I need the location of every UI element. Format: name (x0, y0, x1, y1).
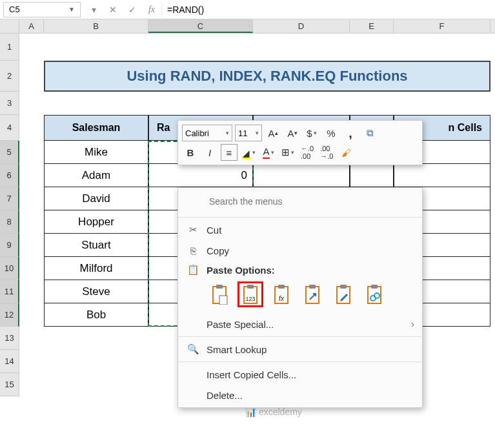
row-headers: 1 2 3 4 5 6 7 8 9 10 11 12 13 14 15 (0, 34, 19, 396)
column-headers: A B C D E F (0, 19, 495, 34)
fill-color-icon[interactable]: ◢▾ (240, 144, 258, 161)
cell-c6[interactable]: 0 (148, 164, 253, 187)
cancel-formula-icon[interactable]: ✕ (105, 2, 121, 17)
svg-rect-12 (340, 285, 347, 289)
insert-copied-menu-item[interactable]: Insert Copied Cells... (178, 364, 422, 385)
cell-e6[interactable] (350, 164, 394, 187)
svg-rect-14 (371, 285, 378, 289)
font-size-selector[interactable]: 11▾ (235, 125, 262, 141)
paste-options-heading: 📋 Paste Options: (178, 261, 422, 279)
paste-options-row: 123 fx (178, 279, 422, 314)
col-header-E[interactable]: E (350, 19, 394, 33)
comma-icon[interactable]: , (342, 125, 359, 141)
format-painter-icon[interactable]: 🖌 (338, 144, 354, 161)
row-header-12[interactable]: 12 (0, 303, 19, 327)
font-color-icon[interactable]: A▾ (260, 144, 277, 161)
table-row: Adam 0 (44, 164, 490, 187)
paste-formulas-icon[interactable]: fx (268, 281, 294, 307)
paste-special-menu-item[interactable]: Paste Special... › (178, 314, 422, 334)
menu-search-input[interactable] (204, 193, 385, 210)
delete-label: Delete... (207, 390, 414, 401)
row-header-14[interactable]: 14 (0, 350, 19, 373)
decrease-font-icon[interactable]: A▾ (284, 125, 301, 141)
paste-formatting-icon[interactable] (330, 281, 356, 307)
bold-button[interactable]: B (182, 144, 199, 161)
font-selector[interactable]: Calibri▾ (182, 125, 232, 141)
cell-b11[interactable]: Steve (44, 280, 148, 303)
paste-all-icon[interactable] (207, 281, 232, 307)
smart-lookup-menu-item[interactable]: 🔍 Smart Lookup (178, 339, 422, 360)
row-header-8[interactable]: 8 (0, 210, 19, 234)
dropdown-icon[interactable]: ▾ (85, 2, 102, 17)
formula-bar: C5 ▼ ▾ ✕ ✓ fx =RAND() (0, 0, 495, 19)
row-header-10[interactable]: 10 (0, 257, 19, 280)
col-header-A[interactable]: A (19, 19, 44, 33)
cell-b12[interactable]: Bob (44, 303, 148, 327)
row-header-11[interactable]: 11 (0, 280, 19, 303)
row-header-3[interactable]: 3 (0, 92, 19, 115)
row-header-15[interactable]: 15 (0, 373, 19, 396)
name-box-value: C5 (9, 5, 20, 14)
increase-font-icon[interactable]: A▴ (265, 125, 281, 141)
paste-values-icon[interactable]: 123 (237, 281, 263, 307)
row-header-6[interactable]: 6 (0, 164, 19, 187)
currency-icon[interactable]: $▾ (303, 125, 320, 141)
insert-copied-label: Insert Copied Cells... (207, 369, 414, 380)
row-header-7[interactable]: 7 (0, 187, 19, 210)
scissors-icon: ✂ (185, 224, 201, 236)
name-box[interactable]: C5 ▼ (3, 2, 81, 17)
row-header-1[interactable]: 1 (0, 34, 19, 61)
borders-icon[interactable]: ⊞▾ (279, 144, 296, 161)
formula-input[interactable]: =RAND() (161, 3, 495, 17)
col-header-D[interactable]: D (253, 19, 350, 33)
col-header-F[interactable]: F (394, 19, 490, 33)
header-salesman[interactable]: Salesman (44, 115, 148, 141)
svg-rect-2 (219, 296, 227, 305)
copy-label: Copy (207, 245, 414, 256)
cell-f6[interactable] (394, 164, 490, 187)
cut-label: Cut (207, 225, 414, 236)
mini-toolbar: Calibri▾ 11▾ A▴ A▾ $▾ % , ⧉ B I ≡ ◢▾ A▾ … (177, 120, 423, 165)
chevron-right-icon: › (411, 319, 414, 329)
col-header-B[interactable]: B (44, 19, 148, 33)
cell-d6[interactable] (253, 164, 350, 187)
paste-transpose-icon[interactable] (299, 281, 325, 307)
fx-icon[interactable]: fx (143, 2, 160, 17)
svg-point-16 (374, 293, 379, 298)
chevron-down-icon[interactable]: ▼ (68, 6, 75, 13)
context-menu: ✂ Cut ⎘ Copy 📋 Paste Options: 123 fx Pas… (177, 187, 423, 408)
row-header-4[interactable]: 4 (0, 115, 19, 141)
clipboard-icon: 📋 (185, 264, 201, 276)
accept-formula-icon[interactable]: ✓ (124, 2, 141, 17)
row-header-13[interactable]: 13 (0, 327, 19, 350)
paste-link-icon[interactable] (361, 281, 387, 307)
cell-b9[interactable]: Stuart (44, 234, 148, 257)
cell-b10[interactable]: Milford (44, 257, 148, 280)
italic-button[interactable]: I (201, 144, 218, 161)
increase-decimal-icon[interactable]: ←.0.00 (299, 144, 316, 161)
row-header-2[interactable]: 2 (0, 61, 19, 92)
svg-rect-4 (247, 285, 254, 289)
align-icon[interactable]: ≡ (221, 144, 237, 161)
cut-menu-item[interactable]: ✂ Cut (178, 219, 422, 240)
svg-rect-7 (278, 285, 285, 289)
cell-b8[interactable]: Hopper (44, 210, 148, 234)
select-all-corner[interactable] (0, 19, 19, 33)
watermark: 📊 exceldemy (245, 407, 302, 417)
row-header-5[interactable]: 5 (0, 141, 19, 164)
paste-heading-label: Paste Options: (207, 265, 414, 276)
merge-icon[interactable]: ⧉ (361, 125, 378, 141)
row-header-9[interactable]: 9 (0, 234, 19, 257)
decrease-decimal-icon[interactable]: .00→.0 (318, 144, 335, 161)
svg-rect-10 (309, 285, 316, 289)
cell-b5[interactable]: Mike (44, 141, 148, 164)
copy-menu-item[interactable]: ⎘ Copy (178, 240, 422, 261)
percent-icon[interactable]: % (323, 125, 339, 141)
svg-rect-9 (306, 287, 319, 303)
cell-b6[interactable]: Adam (44, 164, 148, 187)
delete-menu-item[interactable]: Delete... (178, 385, 422, 405)
cell-b7[interactable]: David (44, 187, 148, 210)
svg-text:fx: fx (279, 294, 285, 302)
svg-text:123: 123 (245, 296, 255, 302)
col-header-C[interactable]: C (148, 19, 253, 33)
